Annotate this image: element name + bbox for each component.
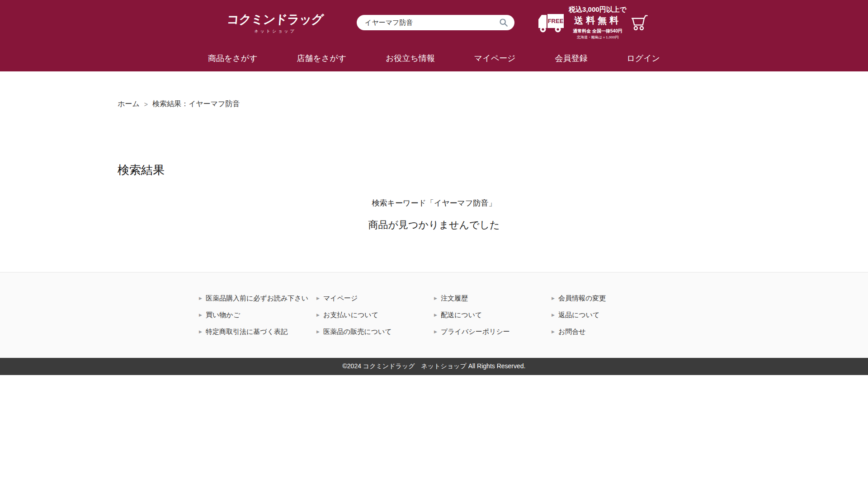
footer-link-returns[interactable]: ▶返品について [552,311,669,319]
breadcrumb-separator: > [144,101,148,108]
footer-link-member-info[interactable]: ▶会員情報の変更 [552,294,669,303]
breadcrumb-current: 検索結果：イヤーマフ防音 [152,99,240,109]
footer-column-2: ▶マイページ ▶お支払いについて ▶医薬品の販売について [316,294,434,336]
nav-item-useful-info[interactable]: お役立ち情報 [386,53,435,64]
arrow-bullet-icon: ▶ [552,296,555,300]
nav-item-register[interactable]: 会員登録 [555,53,587,64]
logo-title: コクミンドラッグ [226,11,324,28]
footer-link-drug-notice[interactable]: ▶医薬品購入前に必ずお読み下さい [199,294,316,303]
breadcrumb-home-link[interactable]: ホーム [118,99,140,109]
footer-link-label: 特定商取引法に基づく表記 [206,328,288,336]
shipping-threshold: 税込3,000円以上で [569,5,627,14]
cart-icon [630,14,648,32]
nav-item-login[interactable]: ログイン [627,53,660,64]
site-logo[interactable]: コクミンドラッグ ネットショップ [227,11,323,34]
footer-link-label: 会員情報の変更 [558,294,606,303]
footer-link-commerce-law[interactable]: ▶特定商取引法に基づく表記 [199,328,316,336]
nav-item-products[interactable]: 商品をさがす [208,53,258,64]
arrow-bullet-icon: ▶ [316,330,320,334]
footer-link-label: 注文履歴 [441,294,468,303]
search-result-messages: 検索キーワード「イヤーマフ防音」 商品が見つかりませんでした [0,198,868,232]
header-top-row: コクミンドラッグ ネットショップ [208,0,660,45]
footer-link-label: お問合せ [558,328,586,336]
footer-link-contact[interactable]: ▶お問合せ [552,328,669,336]
footer-column-4: ▶会員情報の変更 ▶返品について ▶お問合せ [552,294,669,336]
footer-link-label: 返品について [558,311,599,319]
logo-subtitle: ネットショップ [227,28,323,34]
footer-link-privacy-policy[interactable]: ▶プライバシーポリシー [434,328,552,336]
site-footer: ▶医薬品購入前に必ずお読み下さい ▶買い物かご ▶特定商取引法に基づく表記 ▶マ… [0,272,868,358]
delivery-truck-icon: FREE [538,12,564,33]
free-badge-label: FREE [548,18,564,24]
copyright-bar: ©2024 コクミンドラッグ ネットショップ All Rights Reserv… [0,358,868,375]
footer-link-label: プライバシーポリシー [441,328,510,336]
page-title: 検索結果 [118,162,750,178]
footer-column-1: ▶医薬品購入前に必ずお読み下さい ▶買い物かご ▶特定商取引法に基づく表記 [199,294,316,336]
footer-link-label: 買い物かご [206,311,240,319]
shipping-text: 税込3,000円以上で 送料無料 通常料金 全国一律540円 北海道・離島は＋1… [569,5,627,40]
footer-link-label: マイページ [323,294,358,303]
shipping-free-label: 送料無料 [569,14,627,27]
arrow-bullet-icon: ▶ [316,296,320,300]
free-shipping-banner: FREE 税込3,000円以上で 送料無料 通常料金 全国一律540円 北海道・… [538,5,627,40]
breadcrumb: ホーム > 検索結果：イヤーマフ防音 [118,71,750,109]
footer-link-delivery[interactable]: ▶配送について [434,311,552,319]
search-icon [499,18,509,28]
footer-link-shopping-cart[interactable]: ▶買い物かご [199,311,316,319]
arrow-bullet-icon: ▶ [434,313,437,317]
arrow-bullet-icon: ▶ [434,330,437,334]
arrow-bullet-icon: ▶ [434,296,437,300]
arrow-bullet-icon: ▶ [552,313,555,317]
footer-column-3: ▶注文履歴 ▶配送について ▶プライバシーポリシー [434,294,552,336]
main-nav: 商品をさがす 店舗をさがす お役立ち情報 マイページ 会員登録 ログイン [208,45,660,71]
footer-link-payment[interactable]: ▶お支払いについて [316,311,434,319]
footer-link-mypage[interactable]: ▶マイページ [316,294,434,303]
search-box [357,15,514,30]
nav-item-mypage[interactable]: マイページ [474,53,516,64]
search-button[interactable] [499,18,509,28]
site-header: コクミンドラッグ ネットショップ [0,0,868,71]
copyright-text: ©2024 コクミンドラッグ ネットショップ All Rights Reserv… [343,362,526,371]
footer-link-label: 医薬品購入前に必ずお読み下さい [206,294,308,303]
footer-link-label: 配送について [441,311,482,319]
footer-link-drug-sales[interactable]: ▶医薬品の販売について [316,328,434,336]
shipping-remote-fee: 北海道・離島は＋1,000円 [569,35,627,40]
cart-button[interactable] [630,14,648,32]
no-results-message: 商品が見つかりませんでした [0,218,868,232]
footer-link-label: お支払いについて [323,311,378,319]
arrow-bullet-icon: ▶ [316,313,320,317]
arrow-bullet-icon: ▶ [199,296,202,300]
arrow-bullet-icon: ▶ [199,330,202,334]
footer-link-label: 医薬品の販売について [323,328,392,336]
footer-link-order-history[interactable]: ▶注文履歴 [434,294,552,303]
nav-item-stores[interactable]: 店舗をさがす [297,53,347,64]
arrow-bullet-icon: ▶ [552,330,555,334]
shipping-normal-fee: 通常料金 全国一律540円 [569,28,627,34]
search-input[interactable] [365,19,499,27]
main-content: ホーム > 検索結果：イヤーマフ防音 検索結果 検索キーワード「イヤーマフ防音」… [0,71,868,272]
search-keyword-message: 検索キーワード「イヤーマフ防音」 [0,198,868,208]
arrow-bullet-icon: ▶ [199,313,202,317]
